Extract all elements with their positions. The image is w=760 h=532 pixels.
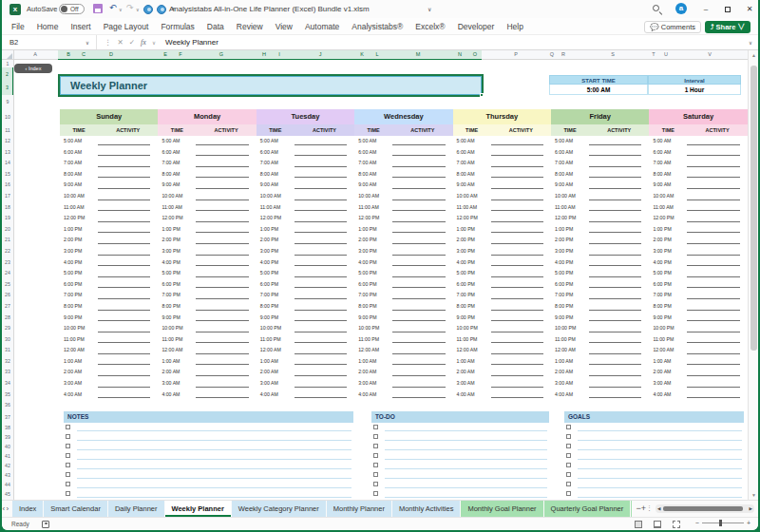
share-button[interactable]: ⤴ Share ∨ bbox=[705, 21, 750, 33]
row-header-3[interactable]: 3 bbox=[2, 81, 13, 95]
activity-cell[interactable] bbox=[491, 364, 543, 365]
time-cell[interactable]: 7:00 PM bbox=[260, 292, 278, 297]
time-cell[interactable]: 11:00 AM bbox=[457, 204, 478, 210]
checkbox-icon[interactable] bbox=[373, 491, 378, 496]
column-header-j[interactable]: J bbox=[314, 51, 326, 57]
ribbon-tab-review[interactable]: Review bbox=[237, 22, 263, 31]
sheet-tab-monthly-activities[interactable]: Monthly Activities bbox=[392, 501, 461, 517]
time-cell[interactable]: 11:00 PM bbox=[653, 336, 674, 342]
time-cell[interactable]: 11:00 PM bbox=[555, 336, 576, 342]
time-cell[interactable]: 3:00 PM bbox=[162, 248, 180, 254]
activity-cell[interactable] bbox=[392, 166, 445, 167]
activity-cell[interactable] bbox=[589, 332, 641, 332]
row-header-39[interactable]: 39 bbox=[2, 432, 13, 442]
activity-cell[interactable] bbox=[687, 397, 739, 398]
time-cell[interactable]: 8:00 PM bbox=[653, 303, 671, 309]
activity-cell[interactable] bbox=[196, 166, 248, 167]
time-cell[interactable]: 1:00 AM bbox=[358, 358, 376, 364]
time-cell[interactable]: 12:00 PM bbox=[555, 215, 576, 220]
activity-cell[interactable] bbox=[196, 276, 248, 277]
time-cell[interactable]: 11:00 PM bbox=[162, 336, 182, 342]
checkbox-icon[interactable] bbox=[373, 463, 378, 467]
scroll-up-icon[interactable]: ▲ bbox=[749, 52, 758, 58]
time-cell[interactable]: 11:00 AM bbox=[162, 204, 182, 210]
ribbon-tab-file[interactable]: File bbox=[11, 22, 25, 31]
section-entry-cell[interactable] bbox=[578, 468, 742, 469]
activity-cell[interactable] bbox=[196, 310, 248, 311]
time-cell[interactable]: 12:00 AM bbox=[64, 347, 85, 352]
checkbox-icon[interactable] bbox=[566, 425, 571, 429]
activity-cell[interactable] bbox=[196, 177, 248, 178]
time-cell[interactable]: 1:00 PM bbox=[555, 226, 573, 232]
maximize-button[interactable] bbox=[717, 0, 738, 18]
time-cell[interactable]: 11:00 AM bbox=[64, 204, 85, 210]
activity-cell[interactable] bbox=[491, 144, 543, 145]
time-cell[interactable]: 7:00 AM bbox=[358, 160, 376, 165]
time-cell[interactable]: 9:00 AM bbox=[64, 181, 82, 187]
row-header-25[interactable]: 25 bbox=[2, 279, 13, 291]
activity-cell[interactable] bbox=[491, 287, 543, 288]
time-cell[interactable]: 1:00 AM bbox=[555, 358, 573, 364]
activity-cell[interactable] bbox=[491, 232, 543, 233]
zoom-out-icon[interactable]: − bbox=[695, 520, 699, 526]
horizontal-scroll-thumb[interactable] bbox=[663, 506, 743, 511]
time-cell[interactable]: 1:00 AM bbox=[653, 358, 671, 364]
activity-cell[interactable] bbox=[687, 177, 739, 178]
time-cell[interactable]: 2:00 AM bbox=[162, 369, 180, 374]
time-cell[interactable]: 3:00 AM bbox=[358, 380, 376, 386]
time-column-label[interactable]: TIME bbox=[60, 124, 98, 136]
activity-cell[interactable] bbox=[392, 210, 445, 211]
ribbon-tab-developer[interactable]: Developer bbox=[458, 22, 495, 31]
time-cell[interactable]: 3:00 PM bbox=[653, 248, 671, 254]
checkbox-icon[interactable] bbox=[566, 491, 571, 496]
time-cell[interactable]: 12:00 PM bbox=[358, 215, 379, 220]
time-cell[interactable]: 3:00 AM bbox=[457, 380, 475, 386]
time-cell[interactable]: 5:00 AM bbox=[162, 138, 180, 143]
section-entry-cell[interactable] bbox=[578, 440, 742, 441]
activity-cell[interactable] bbox=[98, 342, 150, 343]
accessibility-icon[interactable] bbox=[42, 521, 49, 528]
activity-cell[interactable] bbox=[687, 364, 739, 365]
activity-cell[interactable] bbox=[392, 188, 445, 189]
activity-cell[interactable] bbox=[491, 298, 543, 299]
time-cell[interactable]: 12:00 AM bbox=[555, 347, 576, 352]
time-cell[interactable]: 11:00 PM bbox=[358, 336, 379, 342]
row-header-23[interactable]: 23 bbox=[2, 257, 13, 269]
sheet-tab-index[interactable]: Index bbox=[12, 501, 43, 517]
activity-cell[interactable] bbox=[491, 276, 543, 277]
row-header-19[interactable]: 19 bbox=[2, 213, 13, 224]
addin-button-1-icon[interactable] bbox=[143, 5, 153, 14]
activity-cell[interactable] bbox=[98, 397, 150, 398]
time-cell[interactable]: 6:00 PM bbox=[555, 281, 573, 287]
time-cell[interactable]: 12:00 AM bbox=[653, 347, 674, 352]
activity-column-label[interactable]: ACTIVITY bbox=[491, 124, 551, 136]
time-cell[interactable]: 10:00 AM bbox=[64, 193, 85, 199]
activity-cell[interactable] bbox=[491, 243, 543, 244]
activity-cell[interactable] bbox=[589, 265, 641, 266]
row-header-35[interactable]: 35 bbox=[2, 390, 13, 401]
checkbox-icon[interactable] bbox=[373, 472, 378, 477]
activity-cell[interactable] bbox=[98, 353, 150, 354]
time-cell[interactable]: 1:00 PM bbox=[260, 226, 278, 232]
activity-cell[interactable] bbox=[98, 144, 150, 145]
time-cell[interactable]: 7:00 AM bbox=[653, 160, 671, 165]
activity-cell[interactable] bbox=[687, 375, 739, 376]
time-cell[interactable]: 12:00 PM bbox=[64, 215, 85, 220]
row-header-34[interactable]: 34 bbox=[2, 378, 13, 390]
time-cell[interactable]: 4:00 PM bbox=[260, 259, 278, 265]
time-cell[interactable]: 11:00 PM bbox=[64, 336, 85, 342]
activity-cell[interactable] bbox=[589, 353, 641, 354]
activity-cell[interactable] bbox=[687, 200, 739, 200]
time-cell[interactable]: 8:00 AM bbox=[358, 171, 376, 177]
activity-cell[interactable] bbox=[196, 200, 248, 200]
activity-cell[interactable] bbox=[589, 232, 641, 233]
start-time-value-cell[interactable]: 5:00 AM bbox=[549, 85, 648, 95]
checkbox-icon[interactable] bbox=[66, 463, 70, 467]
time-cell[interactable]: 3:00 PM bbox=[64, 248, 82, 254]
account-avatar[interactable]: a bbox=[675, 3, 687, 14]
activity-cell[interactable] bbox=[589, 243, 641, 244]
activity-cell[interactable] bbox=[392, 342, 445, 343]
row-header-38[interactable]: 38 bbox=[2, 423, 13, 432]
time-cell[interactable]: 2:00 PM bbox=[260, 237, 278, 242]
time-cell[interactable]: 1:00 AM bbox=[260, 358, 278, 364]
